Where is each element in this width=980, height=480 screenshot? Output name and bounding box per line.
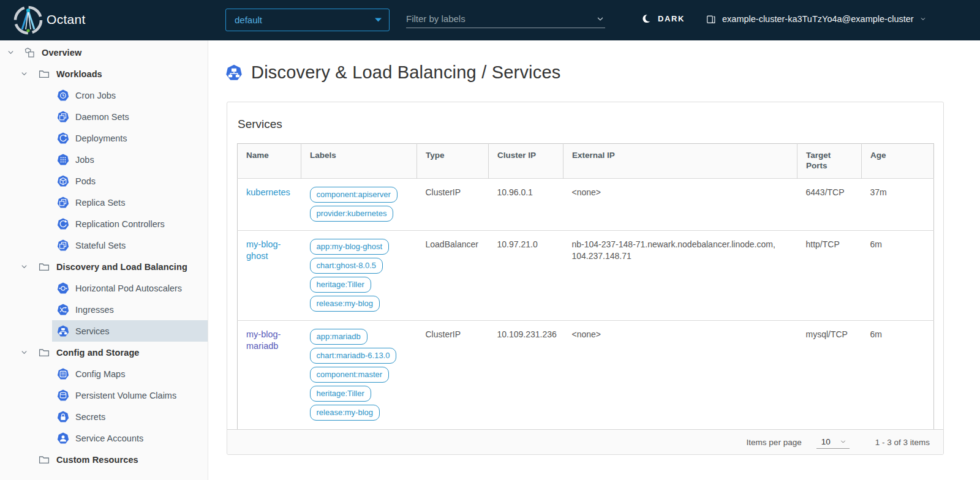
caret-down-icon xyxy=(375,18,382,22)
column-header-name: Name xyxy=(238,144,301,179)
label-pill[interactable]: provider:kubernetes xyxy=(310,206,394,222)
sidebar-item-label: Custom Resources xyxy=(56,455,138,465)
service-link-my-blog-ghost[interactable]: my-blog-ghost xyxy=(246,239,281,261)
services-table: Name Labels Type Cluster IP External IP … xyxy=(237,143,934,429)
column-header-labels: Labels xyxy=(301,144,417,179)
label-pill[interactable]: chart:ghost-8.0.5 xyxy=(310,258,383,274)
cell-type: ClusterIP xyxy=(417,179,489,231)
configmap-icon xyxy=(57,368,69,380)
sidebar-item-jobs[interactable]: Jobs xyxy=(52,149,208,170)
pod-icon xyxy=(57,175,69,187)
sidebar-item-deployments[interactable]: Deployments xyxy=(52,127,208,149)
items-per-page-value: 10 xyxy=(821,437,831,446)
cell-target-ports: mysql/TCP xyxy=(797,321,862,430)
sidebar-group-discovery-load-balancing[interactable]: Discovery and Load Balancing xyxy=(0,256,208,277)
items-per-page-label: Items per page xyxy=(747,438,802,447)
sidebar-item-replica-sets[interactable]: Replica Sets xyxy=(52,192,208,213)
main-content: Discovery & Load Balancing / Services Se… xyxy=(208,40,980,480)
secret-icon xyxy=(57,411,69,423)
sidebar-item-pods[interactable]: Pods xyxy=(52,170,208,192)
dark-mode-toggle[interactable]: DARK xyxy=(642,13,685,24)
cell-type: ClusterIP xyxy=(417,321,489,430)
sidebar-item-label: Daemon Sets xyxy=(75,112,129,122)
sidebar-item-overview[interactable]: Overview xyxy=(0,42,208,63)
sidebar-item-config-maps[interactable]: Config Maps xyxy=(52,363,208,384)
cell-target-ports: 6443/TCP xyxy=(797,179,862,231)
cell-cluster-ip: 10.96.0.1 xyxy=(489,179,564,231)
cell-age: 6m xyxy=(862,231,934,321)
services-card: Services Name Labels Type Cluster IP Ext… xyxy=(227,102,944,455)
page-title: Discovery & Load Balancing / Services xyxy=(251,62,560,83)
dark-mode-label: DARK xyxy=(658,14,685,23)
service-link-kubernetes[interactable]: kubernetes xyxy=(246,187,290,197)
column-header-external-ip: External IP xyxy=(564,144,797,179)
sidebar-item-stateful-sets[interactable]: Stateful Sets xyxy=(52,234,208,256)
label-filter-input[interactable] xyxy=(406,13,595,24)
chevron-down-icon[interactable] xyxy=(595,14,605,24)
sidebar-item-label: Ingresses xyxy=(75,305,114,315)
pagination-range: 1 - 3 of 3 items xyxy=(875,438,930,447)
chevron-down-icon[interactable] xyxy=(5,47,16,58)
replicaset-icon xyxy=(57,197,69,209)
sidebar-item-daemon-sets[interactable]: Daemon Sets xyxy=(52,106,208,127)
app-title[interactable]: Octant xyxy=(47,12,86,27)
service-link-my-blog-mariadb[interactable]: my-blog-mariadb xyxy=(246,329,281,351)
chevron-down-icon[interactable] xyxy=(18,347,29,358)
sidebar-item-secrets[interactable]: Secrets xyxy=(52,406,208,427)
label-pill[interactable]: heritage:Tiller xyxy=(310,386,371,402)
service-icon xyxy=(57,325,69,337)
cell-age: 37m xyxy=(862,179,934,231)
label-filter xyxy=(406,10,605,28)
table-header-row: Name Labels Type Cluster IP External IP … xyxy=(238,144,934,179)
sidebar-group-custom-resources[interactable]: Custom Resources xyxy=(0,449,208,470)
label-pill[interactable]: component:apiserver xyxy=(310,187,398,203)
cell-cluster-ip: 10.109.231.236 xyxy=(489,321,564,430)
ingress-icon xyxy=(57,304,69,316)
sidebar-group-workloads[interactable]: Workloads xyxy=(0,63,208,84)
label-pill[interactable]: chart:mariadb-6.13.0 xyxy=(310,348,397,364)
sidebar-item-service-accounts[interactable]: Service Accounts xyxy=(52,427,208,449)
items-per-page-select[interactable]: 10 xyxy=(816,436,850,449)
label-pill[interactable]: component:master xyxy=(310,367,390,383)
cell-external-ip: <none> xyxy=(564,321,797,430)
label-pill[interactable]: app:mariadb xyxy=(310,329,368,345)
column-header-age: Age xyxy=(862,144,934,179)
label-pill[interactable]: heritage:Tiller xyxy=(310,277,371,293)
cluster-dropdown[interactable]: example-cluster-ka3TuTzYo4a@example-clus… xyxy=(706,13,927,24)
folder-icon xyxy=(38,261,50,273)
sidebar-group-config-and-storage[interactable]: Config and Storage xyxy=(0,342,208,363)
daemonset-icon xyxy=(57,111,69,123)
folder-icon xyxy=(38,347,50,359)
app-header: Octant default DARK example-cluster-ka3T… xyxy=(0,0,980,40)
sidebar-item-label: Pods xyxy=(75,176,96,186)
service-account-icon xyxy=(57,432,69,444)
namespace-dropdown[interactable]: default xyxy=(225,9,390,31)
label-list: component:apiserver provider:kubernetes xyxy=(310,187,409,222)
label-pill[interactable]: release:my-blog xyxy=(310,405,380,421)
cell-external-ip: nb-104-237-148-71.newark.nodebalancer.li… xyxy=(564,231,797,321)
sidebar-item-label: Overview xyxy=(42,48,81,58)
sidebar-item-label: Service Accounts xyxy=(75,433,143,443)
sidebar-item-persistent-volume-claims[interactable]: Persistent Volume Claims xyxy=(52,384,208,406)
cluster-icon xyxy=(706,13,717,24)
column-header-type: Type xyxy=(417,144,489,179)
sidebar-item-label: Replication Controllers xyxy=(75,219,165,229)
sidebar-item-label: Workloads xyxy=(56,69,102,79)
table-pagination: Items per page 10 1 - 3 of 3 items xyxy=(227,429,943,454)
chevron-down-icon[interactable] xyxy=(18,261,29,272)
sidebar-item-ingresses[interactable]: Ingresses xyxy=(52,299,208,320)
label-pill[interactable]: app:my-blog-ghost xyxy=(310,239,390,255)
sidebar-item-cron-jobs[interactable]: Cron Jobs xyxy=(52,84,208,106)
octant-logo[interactable] xyxy=(13,6,43,35)
chevron-down-icon xyxy=(919,15,927,23)
sidebar-item-label: Deployments xyxy=(75,133,127,143)
sidebar-item-label: Jobs xyxy=(75,155,94,165)
sidebar-item-replication-controllers[interactable]: Replication Controllers xyxy=(52,213,208,234)
chevron-down-icon[interactable] xyxy=(18,69,29,80)
cell-age: 6m xyxy=(862,321,934,430)
deployment-icon xyxy=(57,132,69,144)
sidebar-item-services[interactable]: Services xyxy=(52,320,208,342)
column-header-target-ports: Target Ports xyxy=(797,144,862,179)
sidebar-item-horizontal-pod-autoscalers[interactable]: Horizontal Pod Autoscalers xyxy=(52,277,208,299)
label-pill[interactable]: release:my-blog xyxy=(310,296,380,312)
